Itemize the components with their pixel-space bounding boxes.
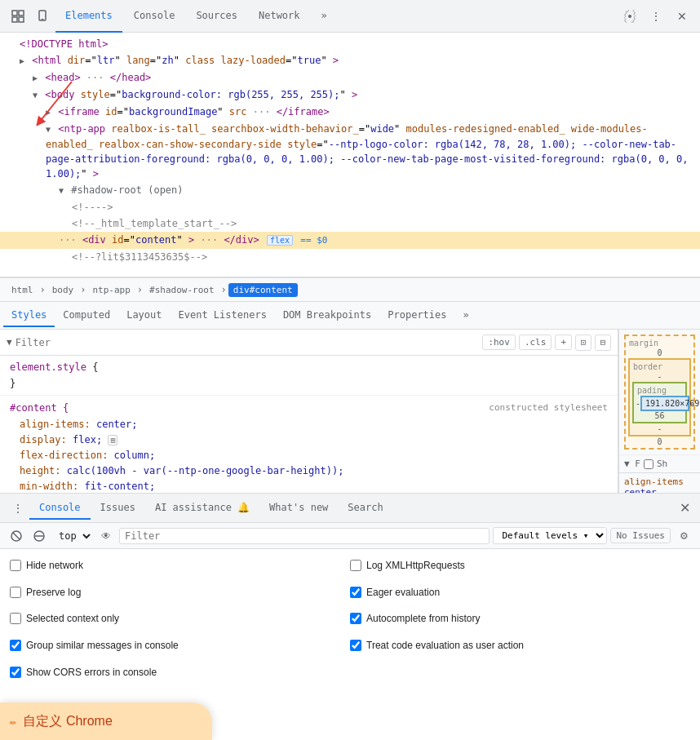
setting-autocomplete-label: Autocomplete from history [366, 613, 480, 624]
expand-ntp[interactable]: ▼ [46, 125, 51, 134]
breadcrumb-html[interactable]: html [7, 283, 38, 297]
styles-panel[interactable]: ▼ :hov .cls + ⊡ ⊟ element.style { } [0, 330, 618, 493]
expand-body[interactable]: ▼ [33, 91, 38, 100]
padding-right-val: - [689, 399, 694, 408]
element-style-close: } [7, 375, 611, 392]
element-style-rule: element.style { [7, 359, 611, 375]
devtools-topbar: Elements Console Sources Network » ⋮ ✕ [0, 0, 700, 33]
console-context-select[interactable]: top [52, 528, 93, 544]
subtab-computed[interactable]: Computed [55, 304, 118, 327]
setting-autocomplete: Autocomplete from history [350, 605, 690, 632]
subtab-event-listeners[interactable]: Event Listeners [171, 304, 275, 327]
custom-chrome-bar[interactable]: ✏ 自定义 Chrome [0, 702, 212, 740]
setting-log-xhr: Log XMLHttpRequests [350, 552, 690, 579]
console-eye-btn[interactable]: 👁 [96, 526, 116, 546]
dom-iframe-line[interactable]: ▶ <iframe id="backgroundImage" src ··· <… [0, 104, 700, 121]
console-tab-search[interactable]: Search [338, 497, 392, 520]
dom-shadow-root[interactable]: ▼ #shadow-root (open) [0, 182, 700, 199]
setting-hide-network: Hide network [10, 552, 350, 579]
margin-top-val: 0 [657, 348, 662, 357]
dom-panel[interactable]: <!DOCTYPE html> ▶ <html dir="ltr" lang="… [0, 33, 700, 277]
setting-treat-code-checkbox[interactable] [350, 640, 361, 651]
tab-sources[interactable]: Sources [186, 0, 247, 33]
svg-line-9 [13, 533, 20, 539]
dom-panel-wrapper: <!DOCTYPE html> ▶ <html dir="ltr" lang="… [0, 33, 700, 277]
padding-side-row: - 191.820×769.448 - [636, 396, 684, 411]
console-levels-select[interactable]: Default levels ▾ [493, 527, 607, 544]
device-icon-btn[interactable] [31, 5, 54, 28]
filter-hov-btn[interactable]: :hov [482, 335, 516, 350]
breadcrumb-body[interactable]: body [47, 283, 79, 297]
setting-eager-eval-checkbox[interactable] [350, 587, 361, 598]
console-tab-console[interactable]: Console [29, 497, 91, 520]
breadcrumb-shadow-root[interactable]: #shadow-root [144, 283, 219, 297]
setting-hide-network-checkbox[interactable] [10, 560, 21, 571]
setting-log-xhr-checkbox[interactable] [350, 560, 361, 571]
filter-toggle-btn[interactable]: ⊟ [595, 335, 611, 351]
setting-eager-eval-label: Eager evaluation [366, 587, 440, 598]
setting-empty [350, 658, 690, 685]
tab-more[interactable]: » [312, 0, 337, 33]
console-tab-whatsnew[interactable]: What's new [259, 497, 338, 520]
dom-ntp-line[interactable]: ▼ <ntp-app realbox-is-tall_ searchbox-wi… [0, 121, 700, 182]
prop-height: height: calc(100vh - var(--ntp-one-googl… [20, 463, 611, 479]
setting-preserve-log-checkbox[interactable] [10, 587, 21, 598]
filter-add-btn[interactable]: + [555, 335, 572, 350]
subtab-styles[interactable]: Styles [3, 304, 55, 327]
expand-head[interactable]: ▶ [33, 73, 38, 82]
svg-rect-2 [12, 17, 17, 22]
console-filter-input[interactable] [119, 528, 490, 544]
setting-preserve-log-label: Preserve log [26, 587, 81, 598]
filter-cls-btn[interactable]: .cls [519, 335, 552, 350]
tab-network[interactable]: Network [249, 0, 310, 33]
dom-head-line[interactable]: ▶ <head> ··· </head> [0, 69, 700, 86]
console-settings-area: Hide network Log XMLHttpRequests Preserv… [0, 549, 700, 689]
subtab-dom-breakpoints[interactable]: DOM Breakpoints [275, 304, 379, 327]
more-options-btn[interactable]: ⋮ [645, 5, 667, 28]
sidebar-prop-align: align-items [624, 476, 695, 487]
setting-group-similar-checkbox[interactable] [10, 640, 21, 651]
styles-filter-bar: ▼ :hov .cls + ⊡ ⊟ [0, 330, 618, 356]
dom-content-div[interactable]: ··· <div id="content" > ··· </div> flex … [0, 232, 700, 249]
console-tab-ai[interactable]: AI assistance 🔔 [145, 497, 259, 520]
flex-badge[interactable]: flex [267, 235, 293, 246]
breadcrumb-div-content[interactable]: div#content [228, 283, 298, 297]
console-clear-btn[interactable] [7, 526, 26, 546]
expand-iframe[interactable]: ▶ [46, 108, 51, 117]
flex-icon-small[interactable]: ⊞ [108, 435, 117, 445]
padding-bottom-val: 56 [654, 411, 664, 420]
console-tab-issues[interactable]: Issues [91, 497, 145, 520]
console-block-btn[interactable] [29, 526, 49, 546]
inspect-icon-btn[interactable] [7, 5, 29, 28]
subtab-properties[interactable]: Properties [379, 304, 454, 327]
settings-btn[interactable] [618, 5, 641, 28]
subtab-layout[interactable]: Layout [118, 304, 170, 327]
content-dims: 191.820×769.448 [645, 399, 684, 408]
setting-selected-context-checkbox[interactable] [10, 613, 21, 624]
styles-filter-input[interactable] [16, 337, 480, 348]
filter-icon: ▼ [7, 337, 12, 348]
expand-shadow[interactable]: ▼ [59, 186, 64, 195]
console-dots-btn[interactable]: ⋮ [7, 497, 29, 520]
close-devtools-btn[interactable]: ✕ [671, 5, 693, 28]
tab-elements[interactable]: Elements [55, 0, 122, 33]
setting-selected-context-label: Selected context only [26, 613, 119, 624]
setting-treat-code: Treat code evaluation as user action [350, 632, 690, 659]
custom-chrome-label: 自定义 Chrome [23, 713, 112, 730]
tab-console[interactable]: Console [124, 0, 185, 33]
sidebar-filter-checkbox[interactable] [644, 459, 653, 469]
setting-autocomplete-checkbox[interactable] [350, 613, 361, 624]
setting-cors-errors-checkbox[interactable] [10, 667, 21, 678]
svg-rect-0 [12, 11, 17, 16]
console-close-btn[interactable]: ✕ [676, 497, 693, 519]
console-settings-btn[interactable]: ⚙ [674, 526, 693, 546]
margin-top-row: 0 [627, 348, 692, 357]
breadcrumb-ntp-app[interactable]: ntp-app [87, 283, 135, 297]
dom-html-line[interactable]: ▶ <html dir="ltr" lang="zh" class lazy-l… [0, 52, 700, 69]
dom-body-line[interactable]: ▼ <body style="background-color: rgb(255… [0, 86, 700, 104]
sidebar-prop-list: align-items center display [619, 473, 700, 493]
subtab-more[interactable]: » [455, 304, 477, 327]
filter-copy-btn[interactable]: ⊡ [575, 335, 591, 351]
expand-html[interactable]: ▶ [20, 56, 24, 65]
sidebar-val-align: center [624, 487, 695, 493]
